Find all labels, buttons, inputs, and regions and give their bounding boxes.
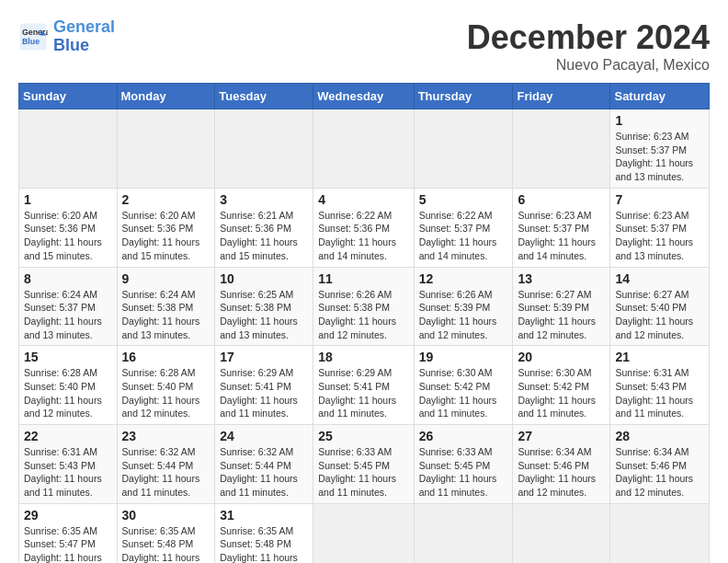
day-number: 11 (318, 271, 408, 286)
svg-text:Blue: Blue (22, 37, 40, 46)
day-info: Sunrise: 6:34 AMSunset: 5:46 PMDaylight:… (615, 445, 704, 500)
day-number: 28 (615, 429, 704, 443)
day-number: 2 (122, 192, 210, 207)
header-day-wednesday: Wednesday (313, 84, 414, 109)
day-number: 27 (518, 429, 605, 443)
calendar-cell: 20 Sunrise: 6:30 AMSunset: 5:42 PMDaylig… (513, 346, 610, 425)
calendar-cell (313, 503, 414, 563)
calendar-cell: 1 Sunrise: 6:23 AMSunset: 5:37 PMDayligh… (610, 109, 710, 189)
day-number: 30 (122, 508, 210, 523)
day-info: Sunrise: 6:35 AMSunset: 5:47 PMDaylight:… (24, 524, 112, 563)
calendar-cell: 17 Sunrise: 6:29 AMSunset: 5:41 PMDaylig… (215, 346, 313, 425)
day-info: Sunrise: 6:22 AMSunset: 5:37 PMDaylight:… (419, 209, 508, 263)
day-info: Sunrise: 6:27 AMSunset: 5:39 PMDaylight:… (518, 288, 605, 342)
day-info: Sunrise: 6:28 AMSunset: 5:40 PMDaylight:… (122, 366, 210, 420)
day-info: Sunrise: 6:35 AMSunset: 5:48 PMDaylight:… (220, 524, 308, 563)
day-info: Sunrise: 6:27 AMSunset: 5:40 PMDaylight:… (615, 288, 704, 342)
header-row: SundayMondayTuesdayWednesdayThursdayFrid… (19, 84, 710, 109)
calendar-cell (19, 109, 118, 189)
calendar-cell: 21 Sunrise: 6:31 AMSunset: 5:43 PMDaylig… (610, 346, 710, 425)
day-info: Sunrise: 6:31 AMSunset: 5:43 PMDaylight:… (615, 366, 704, 420)
day-info: Sunrise: 6:21 AMSunset: 5:36 PMDaylight:… (220, 209, 308, 263)
calendar-cell: 26 Sunrise: 6:33 AMSunset: 5:45 PMDaylig… (414, 425, 513, 504)
logo-text: GeneralBlue (53, 18, 115, 55)
day-info: Sunrise: 6:33 AMSunset: 5:45 PMDaylight:… (419, 445, 508, 500)
day-number: 31 (220, 508, 308, 523)
day-info: Sunrise: 6:20 AMSunset: 5:36 PMDaylight:… (24, 209, 112, 263)
week-row-1: 1 Sunrise: 6:23 AMSunset: 5:37 PMDayligh… (19, 109, 710, 189)
day-number: 16 (122, 350, 210, 364)
day-info: Sunrise: 6:23 AMSunset: 5:37 PMDaylight:… (615, 130, 704, 184)
calendar-cell: 11 Sunrise: 6:26 AMSunset: 5:38 PMDaylig… (313, 267, 414, 346)
calendar-cell (414, 503, 513, 563)
day-info: Sunrise: 6:26 AMSunset: 5:39 PMDaylight:… (419, 288, 508, 342)
calendar-cell (117, 109, 215, 189)
day-info: Sunrise: 6:29 AMSunset: 5:41 PMDaylight:… (318, 366, 408, 420)
day-number: 1 (24, 192, 112, 207)
calendar-cell: 8 Sunrise: 6:24 AMSunset: 5:37 PMDayligh… (19, 267, 118, 346)
calendar-cell (513, 503, 610, 563)
calendar-cell (313, 109, 414, 189)
day-number: 29 (24, 508, 112, 523)
day-info: Sunrise: 6:23 AMSunset: 5:37 PMDaylight:… (615, 209, 704, 263)
header-day-saturday: Saturday (610, 84, 710, 109)
day-info: Sunrise: 6:29 AMSunset: 5:41 PMDaylight:… (220, 366, 308, 420)
calendar-cell: 12 Sunrise: 6:26 AMSunset: 5:39 PMDaylig… (414, 267, 513, 346)
calendar-cell (414, 109, 513, 189)
day-number: 9 (122, 271, 210, 286)
logo-icon: General Blue (18, 22, 48, 52)
day-number: 25 (318, 429, 408, 443)
calendar-cell: 4 Sunrise: 6:22 AMSunset: 5:36 PMDayligh… (313, 188, 414, 267)
calendar-cell: 15 Sunrise: 6:28 AMSunset: 5:40 PMDaylig… (19, 346, 118, 425)
day-info: Sunrise: 6:25 AMSunset: 5:38 PMDaylight:… (220, 288, 308, 342)
calendar-cell (215, 109, 313, 189)
calendar-cell: 10 Sunrise: 6:25 AMSunset: 5:38 PMDaylig… (215, 267, 313, 346)
day-number: 12 (419, 271, 508, 286)
calendar-cell (513, 109, 610, 189)
calendar-cell: 9 Sunrise: 6:24 AMSunset: 5:38 PMDayligh… (117, 267, 215, 346)
day-number: 23 (122, 429, 210, 443)
day-number: 18 (318, 350, 408, 364)
page-header: General Blue GeneralBlue December 2024 N… (18, 18, 710, 74)
calendar-cell: 28 Sunrise: 6:34 AMSunset: 5:46 PMDaylig… (610, 425, 710, 504)
day-number: 10 (220, 271, 308, 286)
day-info: Sunrise: 6:34 AMSunset: 5:46 PMDaylight:… (518, 445, 605, 500)
calendar-cell: 27 Sunrise: 6:34 AMSunset: 5:46 PMDaylig… (513, 425, 610, 504)
day-number: 19 (419, 350, 508, 364)
header-day-sunday: Sunday (19, 84, 118, 109)
calendar-cell: 5 Sunrise: 6:22 AMSunset: 5:37 PMDayligh… (414, 188, 513, 267)
calendar-cell: 2 Sunrise: 6:20 AMSunset: 5:36 PMDayligh… (117, 188, 215, 267)
week-row-3: 8 Sunrise: 6:24 AMSunset: 5:37 PMDayligh… (19, 267, 710, 346)
day-number: 1 (615, 113, 704, 128)
day-info: Sunrise: 6:24 AMSunset: 5:37 PMDaylight:… (24, 288, 112, 342)
calendar-cell: 3 Sunrise: 6:21 AMSunset: 5:36 PMDayligh… (215, 188, 313, 267)
calendar-cell: 22 Sunrise: 6:31 AMSunset: 5:43 PMDaylig… (19, 425, 118, 504)
calendar-cell: 14 Sunrise: 6:27 AMSunset: 5:40 PMDaylig… (610, 267, 710, 346)
day-number: 24 (220, 429, 308, 443)
day-info: Sunrise: 6:31 AMSunset: 5:43 PMDaylight:… (24, 445, 112, 500)
calendar-cell: 6 Sunrise: 6:23 AMSunset: 5:37 PMDayligh… (513, 188, 610, 267)
svg-text:General: General (22, 28, 48, 37)
calendar-cell: 1 Sunrise: 6:20 AMSunset: 5:36 PMDayligh… (19, 188, 118, 267)
calendar-cell: 30 Sunrise: 6:35 AMSunset: 5:48 PMDaylig… (117, 503, 215, 563)
day-number: 8 (24, 271, 112, 286)
day-number: 7 (615, 192, 704, 207)
day-number: 6 (518, 192, 605, 207)
day-number: 20 (518, 350, 605, 364)
calendar-cell: 18 Sunrise: 6:29 AMSunset: 5:41 PMDaylig… (313, 346, 414, 425)
week-row-6: 29 Sunrise: 6:35 AMSunset: 5:47 PMDaylig… (19, 503, 710, 563)
week-row-5: 22 Sunrise: 6:31 AMSunset: 5:43 PMDaylig… (19, 425, 710, 504)
calendar-cell: 19 Sunrise: 6:30 AMSunset: 5:42 PMDaylig… (414, 346, 513, 425)
header-day-monday: Monday (117, 84, 215, 109)
day-number: 17 (220, 350, 308, 364)
day-info: Sunrise: 6:32 AMSunset: 5:44 PMDaylight:… (122, 445, 210, 500)
calendar-cell: 31 Sunrise: 6:35 AMSunset: 5:48 PMDaylig… (215, 503, 313, 563)
day-info: Sunrise: 6:30 AMSunset: 5:42 PMDaylight:… (518, 366, 605, 420)
calendar-cell: 13 Sunrise: 6:27 AMSunset: 5:39 PMDaylig… (513, 267, 610, 346)
week-row-4: 15 Sunrise: 6:28 AMSunset: 5:40 PMDaylig… (19, 346, 710, 425)
day-number: 4 (318, 192, 408, 207)
day-info: Sunrise: 6:26 AMSunset: 5:38 PMDaylight:… (318, 288, 408, 342)
day-info: Sunrise: 6:22 AMSunset: 5:36 PMDaylight:… (318, 209, 408, 263)
day-info: Sunrise: 6:32 AMSunset: 5:44 PMDaylight:… (220, 445, 308, 500)
header-day-friday: Friday (513, 84, 610, 109)
